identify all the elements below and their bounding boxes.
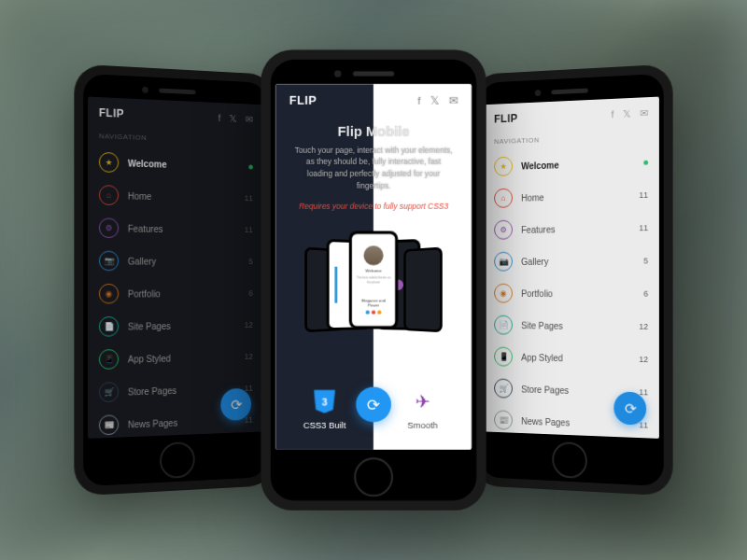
home-button[interactable]: [354, 457, 393, 497]
twitter-icon[interactable]: 𝕏: [430, 94, 439, 107]
news-icon: 📰: [99, 414, 119, 435]
phone-right-light: FLIP f 𝕏 ✉ NAVIGATION ★Welcome ⌂Home11 ⚙…: [472, 63, 673, 496]
social-icons: f 𝕏 ✉: [611, 106, 648, 119]
phone-icon: 📱: [494, 347, 513, 367]
gear-icon: ⚙: [494, 220, 513, 240]
camera-icon: 📷: [99, 251, 119, 272]
phone-left-dark: FLIP f 𝕏 ✉ NAVIGATION ★Welcome ⌂Home11 ⚙…: [74, 63, 275, 496]
file-icon: 📄: [99, 316, 119, 337]
hero-indicator-dots: [366, 311, 382, 315]
camera-icon: 📷: [494, 252, 513, 272]
nav-item-sitepages[interactable]: 📄Site Pages12: [484, 309, 659, 343]
nav-item-features[interactable]: ⚙Features11: [88, 211, 263, 245]
image-icon: ◉: [494, 284, 513, 303]
nav-item-portfolio[interactable]: ◉Portfolio6: [484, 277, 659, 310]
nav-item-gallery[interactable]: 📷Gallery5: [88, 245, 263, 277]
brand-logo: FLIP: [99, 106, 124, 120]
rocket-icon: ✈: [416, 391, 430, 413]
page-title: Flip Mobile: [338, 123, 410, 139]
facebook-icon[interactable]: f: [417, 94, 420, 107]
hero-image: Welcome The best mobile theme on the pla…: [275, 210, 472, 379]
hero-card-title: Welcome: [365, 268, 381, 273]
gear-icon: ⚙: [99, 217, 119, 238]
fab-sync-button[interactable]: ⟳: [356, 386, 391, 422]
active-dot: [248, 164, 253, 169]
nav-item-appstyled[interactable]: 📱App Styled12: [484, 341, 659, 376]
phone-center-promo: FLIP f 𝕏 ✉ Flip Mobile Touch your page, …: [261, 49, 486, 511]
nav-item-sitepages[interactable]: 📄Site Pages12: [88, 309, 263, 343]
nav-item-home[interactable]: ⌂Home11: [88, 178, 263, 215]
twitter-icon[interactable]: 𝕏: [623, 107, 631, 119]
nav-item-welcome[interactable]: ★Welcome: [484, 146, 659, 183]
stage: FLIP f 𝕏 ✉ NAVIGATION ★Welcome ⌂Home11 ⚙…: [0, 0, 747, 560]
home-icon: ⌂: [494, 189, 513, 208]
fab-sync-button[interactable]: ⟳: [613, 391, 646, 425]
sync-icon: ⟳: [624, 399, 636, 417]
cart-icon: 🛒: [494, 378, 513, 398]
dark-menu-screen: FLIP f 𝕏 ✉ NAVIGATION ★Welcome ⌂Home11 ⚙…: [88, 97, 263, 439]
nav-item-home[interactable]: ⌂Home11: [484, 178, 659, 215]
home-button[interactable]: [160, 441, 194, 479]
sync-icon: ⟳: [231, 396, 242, 413]
hero-card-subtitle: Elegance and Power: [356, 298, 391, 308]
nav-item-welcome[interactable]: ★Welcome: [88, 146, 263, 183]
twitter-icon[interactable]: 𝕏: [229, 113, 236, 125]
facebook-icon[interactable]: f: [611, 108, 613, 120]
active-dot: [643, 160, 648, 164]
social-icons: f 𝕏 ✉: [218, 112, 253, 125]
cart-icon: 🛒: [99, 382, 119, 402]
star-icon: ★: [494, 157, 513, 176]
avatar: [364, 245, 384, 265]
sync-icon: ⟳: [367, 395, 380, 413]
brand-logo: FLIP: [494, 112, 517, 125]
light-menu-screen: FLIP f 𝕏 ✉ NAVIGATION ★Welcome ⌂Home11 ⚙…: [484, 97, 659, 439]
requirement-text: Requires your device to fully support CS…: [299, 202, 448, 210]
css3-icon: 3: [314, 390, 335, 413]
mail-icon[interactable]: ✉: [640, 106, 648, 119]
nav-item-gallery[interactable]: 📷Gallery5: [484, 245, 659, 277]
file-icon: 📄: [494, 315, 513, 335]
star-icon: ★: [99, 152, 119, 173]
nav-item-appstyled[interactable]: 📱App Styled12: [88, 341, 263, 376]
phone-icon: 📱: [99, 349, 119, 370]
social-icons: f 𝕏 ✉: [417, 94, 458, 107]
image-icon: ◉: [99, 284, 119, 304]
home-button[interactable]: [552, 441, 586, 479]
home-icon: ⌂: [99, 185, 119, 205]
mail-icon[interactable]: ✉: [246, 113, 253, 125]
mail-icon[interactable]: ✉: [449, 94, 458, 107]
page-description: Touch your page, interact with your elem…: [275, 139, 472, 198]
facebook-icon[interactable]: f: [218, 112, 221, 123]
promo-screen: FLIP f 𝕏 ✉ Flip Mobile Touch your page, …: [275, 84, 472, 450]
news-icon: 📰: [494, 410, 513, 429]
nav-item-portfolio[interactable]: ◉Portfolio6: [88, 277, 263, 310]
brand-logo: FLIP: [289, 94, 317, 108]
nav-item-features[interactable]: ⚙Features11: [484, 211, 659, 245]
